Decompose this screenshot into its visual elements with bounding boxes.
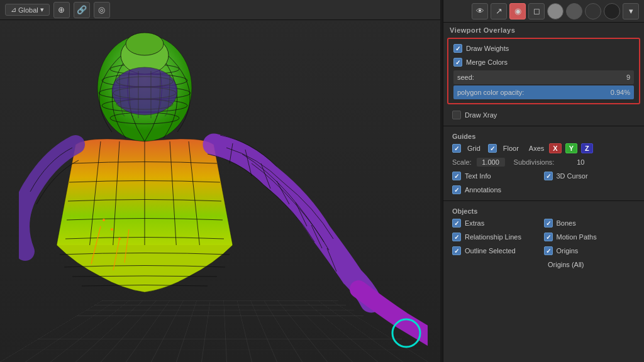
opacity-row[interactable]: polygon color opacity: 0.94% — [453, 85, 634, 99]
seed-value: 9 — [605, 74, 630, 81]
seed-label: seed: — [457, 74, 605, 81]
snap-btn[interactable]: 🔗 — [74, 2, 90, 18]
origins-label: Origins — [557, 247, 636, 255]
motion-paths-label: Motion Paths — [557, 233, 636, 241]
x-axis-btn[interactable]: X — [549, 143, 561, 153]
shading-icon-btn[interactable]: ◻ — [528, 3, 545, 19]
draw-xray-row[interactable]: Draw Xray — [447, 108, 640, 122]
guides-section: Guides Grid Floor Axes X Y Z Scale: Subd… — [447, 129, 640, 198]
transform-btn[interactable]: ⊕ — [53, 2, 70, 18]
z-axis-btn[interactable]: Z — [581, 143, 593, 153]
floor-checkbox[interactable] — [488, 144, 497, 153]
rel-lines-label: Relationship Lines — [465, 233, 544, 241]
extras-label: Extras — [465, 219, 544, 227]
subdivisions-value: 10 — [559, 158, 584, 166]
annotations-label: Annotations — [465, 186, 635, 194]
outline-label: Outline Selected — [465, 247, 544, 255]
origins-all-row[interactable]: Origins (All) — [447, 258, 640, 272]
merge-colors-label: Merge Colors — [466, 58, 634, 66]
outline-checkbox[interactable] — [452, 246, 461, 255]
chevron-down-icon: ▾ — [40, 6, 44, 14]
circle4-btn[interactable] — [604, 3, 620, 19]
motion-paths-checkbox[interactable] — [544, 233, 553, 241]
annotations-row[interactable]: Annotations — [447, 183, 640, 197]
text-info-row: Text Info 3D Cursor — [447, 169, 640, 183]
cursor-3d-label: 3D Cursor — [557, 172, 636, 180]
outline-origins-row: Outline Selected Origins — [447, 244, 640, 258]
svg-point-14 — [111, 228, 113, 231]
bones-checkbox[interactable] — [544, 219, 553, 228]
draw-weights-checkbox[interactable] — [453, 44, 462, 53]
rel-lines-checkbox[interactable] — [452, 233, 461, 241]
objects-header: Objects — [447, 205, 640, 216]
seed-row[interactable]: seed: 9 — [453, 70, 634, 84]
opacity-label: polygon color opacity: — [457, 89, 605, 96]
viewport-3d[interactable]: ⊿ Global ▾ ⊕ 🔗 ◎ — [0, 0, 440, 362]
camera-icon-btn[interactable]: 👁 — [472, 3, 488, 19]
draw-weights-label: Draw Weights — [466, 45, 634, 52]
right-panel: 👁 ↗ ◉ ◻ ▾ Viewport Overlays Draw Weights… — [443, 0, 644, 362]
mode-icon: ⊿ — [11, 6, 16, 14]
guides-main-row: Grid Floor Axes X Y Z — [447, 141, 640, 155]
text-info-label: Text Info — [465, 172, 544, 180]
viewport-header: ⊿ Global ▾ ⊕ 🔗 ◎ — [0, 0, 440, 20]
y-axis-btn[interactable]: Y — [565, 143, 577, 153]
svg-point-13 — [103, 219, 105, 221]
proportional-btn[interactable]: ◎ — [94, 2, 110, 18]
divider-1 — [443, 126, 644, 126]
annotations-checkbox[interactable] — [452, 185, 461, 194]
draw-weights-row[interactable]: Draw Weights — [448, 41, 639, 55]
circle3-btn[interactable] — [585, 3, 601, 19]
mode-select[interactable]: ⊿ Global ▾ — [5, 4, 50, 16]
draw-xray-label: Draw Xray — [465, 111, 635, 119]
scale-row: Scale: Subdivisions: 10 — [447, 155, 640, 169]
objects-section: Objects Extras Bones Relationship Lines … — [447, 204, 640, 273]
opacity-value: 0.94% — [605, 89, 630, 96]
floor-label: Floor — [503, 145, 519, 152]
svg-point-15 — [118, 238, 121, 240]
character-mesh — [19, 6, 409, 358]
rel-lines-motion-row: Relationship Lines Motion Paths — [447, 230, 640, 244]
origins-all-label: Origins (All) — [548, 261, 635, 268]
cursor-3d-checkbox[interactable] — [544, 172, 553, 180]
axes-label: Axes — [529, 145, 544, 152]
extras-checkbox[interactable] — [452, 219, 461, 228]
more-btn[interactable]: ▾ — [623, 3, 639, 19]
draw-xray-checkbox[interactable] — [452, 111, 461, 119]
scale-label: Scale: — [452, 158, 472, 166]
merge-colors-checkbox[interactable] — [453, 58, 462, 67]
icon-bar: 👁 ↗ ◉ ◻ ▾ — [443, 0, 644, 23]
bones-label: Bones — [557, 219, 636, 227]
circle1-btn[interactable] — [547, 3, 564, 19]
grid-label: Grid — [467, 145, 480, 152]
origins-checkbox[interactable] — [544, 246, 553, 255]
overlay-icon-btn[interactable]: ◉ — [509, 3, 526, 19]
merge-colors-row[interactable]: Merge Colors — [448, 55, 639, 69]
guides-header: Guides — [447, 130, 640, 141]
divider-2 — [443, 200, 644, 201]
mode-label: Global — [18, 6, 38, 14]
object-icon-btn[interactable]: ↗ — [491, 3, 507, 19]
scale-input[interactable] — [477, 158, 505, 167]
highlight-section: Draw Weights Merge Colors seed: 9 polygo… — [447, 38, 640, 104]
extras-bones-row: Extras Bones — [447, 216, 640, 230]
svg-point-8 — [112, 67, 177, 115]
subdivisions-label: Subdivisions: — [514, 158, 555, 166]
panel-title: Viewport Overlays — [443, 23, 644, 36]
svg-point-7 — [126, 33, 164, 55]
grid-checkbox[interactable] — [452, 144, 461, 153]
circle2-btn[interactable] — [566, 3, 582, 19]
draw-xray-section: Draw Xray — [447, 107, 640, 123]
text-info-checkbox[interactable] — [452, 172, 461, 180]
